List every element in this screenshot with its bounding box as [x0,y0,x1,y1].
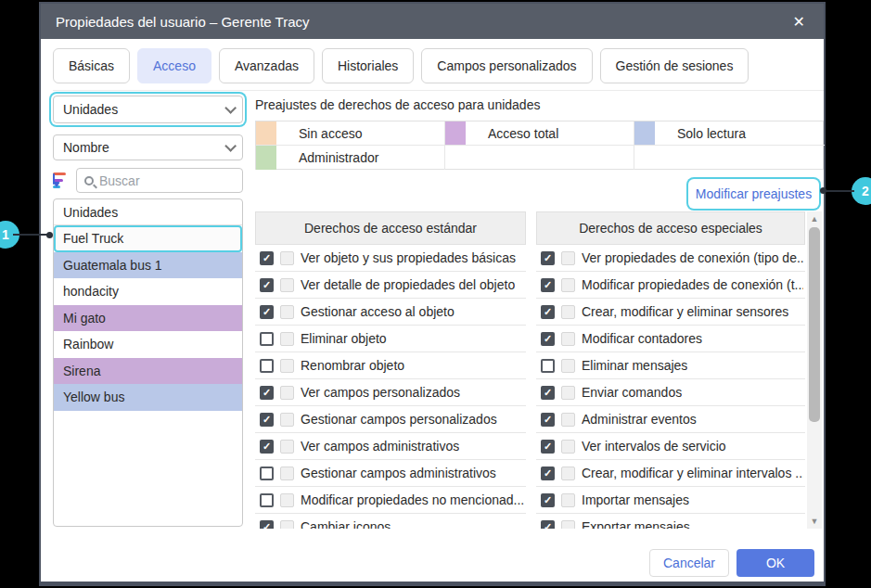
checkbox-secondary[interactable] [561,332,575,346]
list-item-guatemala-bus-1[interactable]: Guatemala bus 1 [54,252,242,279]
table-row: Modificar propiedades no mencionad... [255,487,526,514]
tab-label: Básicas [69,58,114,73]
table-row: Modificar propiedades de conexión (t... [536,272,805,299]
tab-campos-personalizados[interactable]: Campos personalizados [421,48,592,83]
checkbox-secondary[interactable] [561,467,575,480]
checkbox-secondary[interactable] [280,305,294,319]
unit-label: Guatemala bus 1 [63,258,162,273]
sort-by-select[interactable]: Nombre [53,134,243,160]
checkbox[interactable] [541,493,555,507]
list-item-fuel-truck[interactable]: Fuel Truck [54,225,242,252]
list-item-hondacity[interactable]: hondacity [54,278,242,305]
table-row: Gestionar campos personalizados [255,406,526,433]
annotation-1-connector [13,234,50,236]
checkbox[interactable] [541,332,555,346]
tab-basicas[interactable]: Básicas [53,48,130,83]
right-label: Ver campos administrativos [301,439,459,454]
checkbox[interactable] [260,251,274,265]
unit-label: hondacity [63,284,119,299]
legend-label: Acceso total [488,126,558,141]
search-input[interactable] [99,173,235,188]
checkbox[interactable] [260,520,274,530]
table-row: Eliminar objeto [255,326,526,352]
right-label: Modificar propiedades no mencionad... [301,492,524,507]
legend-administrador: Administrador [256,146,445,170]
checkbox[interactable] [541,467,555,480]
tab-gestion-de-sesiones[interactable]: Gestión de sesiones [600,48,749,83]
checkbox-secondary[interactable] [280,467,294,480]
sort-order-icon[interactable] [53,172,73,190]
checkbox[interactable] [541,386,555,400]
tab-label: Campos personalizados [437,58,576,73]
checkbox[interactable] [260,493,274,507]
tab-label: Gestión de sesiones [616,58,734,73]
checkbox-secondary[interactable] [561,359,575,373]
modify-presets-link[interactable]: Modificar preajustes [696,186,812,201]
vertical-scrollbar[interactable]: ▲ ▼ [807,211,822,529]
tab-avanzadas[interactable]: Avanzadas [219,48,314,83]
checkbox-secondary[interactable] [561,413,575,427]
right-label: Crear, modificar y eliminar sensores [582,304,788,319]
tab-label: Avanzadas [235,58,299,73]
scroll-down-icon[interactable]: ▼ [807,514,822,529]
list-item-yellow-bus[interactable]: Yellow bus [54,384,242,411]
checkbox-secondary[interactable] [280,332,294,346]
tab-label: Acceso [153,58,196,73]
checkbox[interactable] [260,386,274,400]
list-item-rainbow[interactable]: Rainbow [54,331,242,358]
checkbox[interactable] [260,278,274,292]
checkbox[interactable] [541,251,555,265]
legend-label: Solo lectura [677,126,746,141]
checkbox[interactable] [541,440,555,454]
checkbox[interactable] [260,305,274,319]
checkbox[interactable] [541,278,555,292]
checkbox-secondary[interactable] [280,251,294,265]
scrollbar-thumb[interactable] [809,227,820,422]
list-item-mi-gato[interactable]: Mi gato [54,305,242,332]
checkbox-secondary[interactable] [561,251,575,265]
checkbox-secondary[interactable] [280,440,294,454]
checkbox-secondary[interactable] [280,493,294,507]
color-swatch [634,121,655,145]
checkbox[interactable] [260,413,274,427]
checkbox-secondary[interactable] [561,386,575,400]
checkbox-secondary[interactable] [561,520,575,530]
checkbox-secondary[interactable] [280,520,294,530]
ok-button[interactable]: OK [737,549,814,577]
checkbox[interactable] [260,467,274,480]
legend-empty-cell [634,146,825,170]
standard-rights-list: Derechos de acceso estándar Ver objeto y… [255,211,526,529]
checkbox-secondary[interactable] [561,278,575,292]
checkbox[interactable] [541,413,555,427]
presets-title: Preajustes de derechos de acceso para un… [255,97,540,112]
checkbox-secondary[interactable] [280,386,294,400]
checkbox[interactable] [541,359,555,373]
checkbox-secondary[interactable] [561,440,575,454]
right-label: Eliminar objeto [301,331,387,346]
user-properties-dialog: Propiedades del usuario – Gerente Tracy … [39,2,826,586]
cancel-button[interactable]: Cancelar [649,549,729,577]
checkbox-secondary[interactable] [280,359,294,373]
checkbox[interactable] [260,332,274,346]
checkbox-secondary[interactable] [280,278,294,292]
close-icon[interactable]: ✕ [789,13,809,31]
right-label: Ver campos personalizados [301,385,460,400]
item-type-select[interactable]: Unidades [53,96,243,123]
list-item-sirena[interactable]: Sirena [54,358,242,385]
tab-acceso[interactable]: Acceso [137,48,211,83]
checkbox-secondary[interactable] [280,413,294,427]
tab-historiales[interactable]: Historiales [322,48,414,83]
checkbox-secondary[interactable] [561,305,575,319]
right-label: Cambiar iconos [301,519,391,529]
checkbox[interactable] [541,305,555,319]
scroll-up-icon[interactable]: ▲ [807,211,822,226]
annotation-1-dot [46,232,53,238]
right-label: Ver detalle de propiedades del objeto [301,277,515,292]
checkbox[interactable] [260,359,274,373]
sort-by-value: Nombre [63,140,224,155]
right-label: Eliminar mensajes [582,358,687,373]
table-row: Ver propiedades de conexión (tipo de... [536,245,805,272]
checkbox[interactable] [260,440,274,454]
checkbox-secondary[interactable] [561,493,575,507]
checkbox[interactable] [541,520,555,530]
